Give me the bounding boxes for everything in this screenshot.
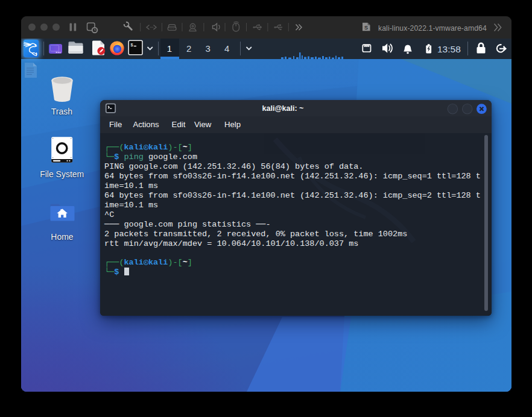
svg-text:13:58: 13:58 [437,44,461,54]
svg-text:$: $ [131,43,134,48]
svg-text:kali-linux-2022.1-vmware-amd64: kali-linux-2022.1-vmware-amd64 [378,24,487,33]
svg-text:S: S [364,25,368,31]
